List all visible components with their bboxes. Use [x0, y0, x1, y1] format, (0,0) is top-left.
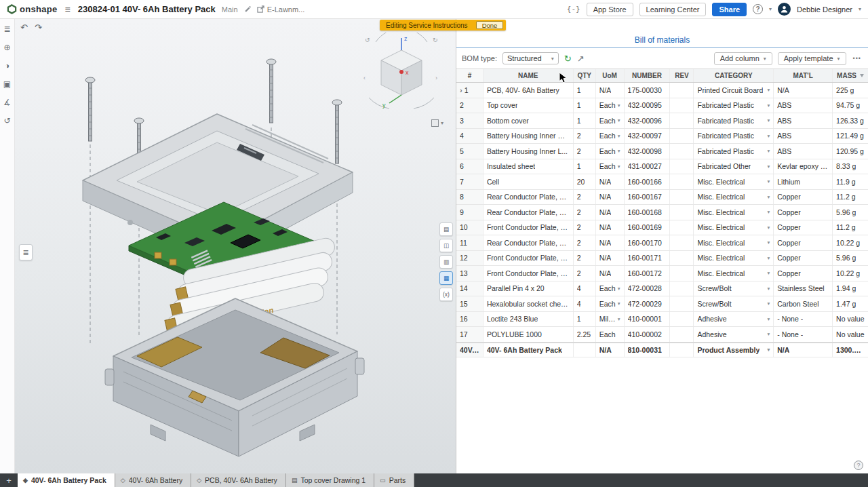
cell-part-number[interactable]: 160-00170: [625, 235, 671, 250]
cell-uom[interactable]: Each▾: [596, 98, 625, 113]
cell-category[interactable]: Adhesive▾: [694, 312, 774, 327]
help-caret-icon[interactable]: ▾: [769, 6, 772, 12]
cell-uom[interactable]: Each▾: [596, 129, 625, 144]
cell-row-number[interactable]: 40V- 6...: [456, 343, 484, 357]
cell-qty[interactable]: 2: [574, 251, 596, 266]
dropdown-caret-icon[interactable]: ▾: [767, 117, 770, 123]
bom-row[interactable]: 16Loctite 243 Blue1Milli...▾410-00001Adh…: [456, 312, 868, 328]
cell-category[interactable]: Fabricated Plastic▾: [694, 98, 774, 113]
cell-material[interactable]: ABS: [774, 113, 833, 128]
cell-rev[interactable]: [670, 343, 694, 357]
cell-name[interactable]: Insulated sheet: [484, 159, 574, 174]
cell-row-number[interactable]: 9: [456, 205, 484, 220]
cell-uom[interactable]: Each▾: [596, 144, 625, 159]
mass-filter-icon[interactable]: [860, 74, 864, 77]
3d-viewport[interactable]: ↶ ↷: [15, 19, 456, 473]
bom-row[interactable]: 17POLYLUBE 10002.25Each410-00002Adhesive…: [456, 327, 868, 343]
cell-mass[interactable]: 8.33 g: [833, 159, 868, 174]
dropdown-caret-icon[interactable]: ▾: [618, 163, 620, 170]
cell-category[interactable]: Misc. Electrical▾: [694, 266, 774, 281]
dropdown-caret-icon[interactable]: ▾: [767, 148, 770, 154]
cell-name[interactable]: Rear Conductor Plate, Left: [484, 190, 574, 205]
cell-material[interactable]: Copper: [774, 235, 833, 250]
cell-material[interactable]: Copper: [774, 205, 833, 220]
dropdown-caret-icon[interactable]: ▾: [618, 286, 620, 292]
cell-category[interactable]: Misc. Electrical▾: [694, 251, 774, 266]
cell-part-number[interactable]: 160-00166: [625, 174, 671, 189]
cell-category[interactable]: Fabricated Plastic▾: [694, 144, 774, 159]
cell-part-number[interactable]: 432-00095: [625, 98, 671, 113]
dropdown-caret-icon[interactable]: ▾: [767, 255, 770, 261]
bom-row[interactable]: ›1PCB, 40V- 6Ah Battery1N/A175-00030Prin…: [456, 83, 868, 98]
dropdown-caret-icon[interactable]: ▾: [767, 331, 770, 337]
cell-category[interactable]: Printed Circuit Board▾: [694, 83, 774, 98]
feature-list-icon[interactable]: ≣: [2, 24, 13, 35]
cell-qty[interactable]: [574, 343, 596, 357]
configuration-panel-icon[interactable]: ▤: [439, 222, 453, 236]
cell-row-number[interactable]: 15: [456, 296, 484, 311]
measure-icon[interactable]: ∡: [2, 97, 13, 108]
cell-material[interactable]: Carbon Steel: [774, 296, 833, 311]
dropdown-caret-icon[interactable]: ▾: [618, 300, 620, 307]
cell-rev[interactable]: [670, 190, 694, 205]
cell-rev[interactable]: [670, 235, 694, 250]
cell-part-number[interactable]: 160-00167: [625, 190, 671, 205]
dropdown-caret-icon[interactable]: ▾: [767, 300, 770, 307]
cell-mass[interactable]: No value: [833, 312, 868, 327]
column-header-name[interactable]: NAME: [484, 69, 574, 82]
dropdown-caret-icon[interactable]: ▾: [618, 133, 620, 139]
dropdown-caret-icon[interactable]: ▾: [767, 286, 770, 292]
cell-rev[interactable]: [670, 220, 694, 235]
cell-qty[interactable]: 2: [574, 235, 596, 250]
cell-uom[interactable]: Each▾: [596, 296, 625, 311]
expand-row-icon[interactable]: ›: [460, 86, 462, 94]
dropdown-caret-icon[interactable]: ▾: [767, 102, 770, 109]
cell-part-number[interactable]: 175-00030: [625, 83, 671, 98]
bom-row[interactable]: 11Rear Conductor Plate, Middle2N/A160-00…: [456, 235, 868, 251]
dropdown-caret-icon[interactable]: ▾: [767, 178, 770, 184]
cell-row-number[interactable]: 11: [456, 235, 484, 250]
dropdown-caret-icon[interactable]: ▾: [767, 270, 770, 276]
dropdown-caret-icon[interactable]: ▾: [767, 209, 770, 215]
cell-name[interactable]: Front Conductor Plate, Left: [484, 220, 574, 235]
cell-rev[interactable]: [670, 98, 694, 113]
cell-mass[interactable]: 126.33 g: [833, 113, 868, 128]
cell-name[interactable]: Front Conductor Plate, Right: [484, 251, 574, 266]
cell-mass[interactable]: 1300.37 g: [833, 343, 868, 357]
bom-row[interactable]: 8Rear Conductor Plate, Left2N/A160-00167…: [456, 190, 868, 206]
cell-row-number[interactable]: 7: [456, 174, 484, 189]
cell-qty[interactable]: 1: [574, 159, 596, 174]
cell-category[interactable]: Misc. Electrical▾: [694, 205, 774, 220]
cell-qty[interactable]: 4: [574, 296, 596, 311]
bom-row[interactable]: 3Bottom cover1Each▾432-00096Fabricated P…: [456, 113, 868, 129]
cell-material[interactable]: - None -: [774, 312, 833, 327]
app-store-button[interactable]: App Store: [587, 3, 633, 16]
bom-overflow-menu-icon[interactable]: •••: [852, 55, 863, 62]
tab-40v-6ah-battery[interactable]: ◇40V- 6Ah Battery: [115, 473, 191, 487]
cell-part-number[interactable]: 432-00097: [625, 129, 671, 144]
cell-mass[interactable]: 5.96 g: [833, 205, 868, 220]
cell-category[interactable]: Fabricated Plastic▾: [694, 129, 774, 144]
cell-row-number[interactable]: 3: [456, 113, 484, 128]
featurescript-icon[interactable]: {-}: [567, 5, 580, 14]
cell-row-number[interactable]: 5: [456, 144, 484, 159]
cell-name[interactable]: Parallel Pin 4 x 20: [484, 281, 574, 296]
cell-part-number[interactable]: 810-00031: [625, 343, 671, 357]
cell-rev[interactable]: [670, 174, 694, 189]
cell-material[interactable]: Copper: [774, 266, 833, 281]
cell-category[interactable]: Screw/Bolt▾: [694, 281, 774, 296]
bom-row[interactable]: 7Cell20N/A160-00166Misc. Electrical▾Lith…: [456, 174, 868, 190]
cell-uom[interactable]: Milli...▾: [596, 312, 625, 327]
cell-part-number[interactable]: 410-00002: [625, 327, 671, 342]
cell-row-number[interactable]: 8: [456, 190, 484, 205]
cell-mass[interactable]: 1.47 g: [833, 296, 868, 311]
cell-name[interactable]: Top cover: [484, 98, 574, 113]
dropdown-caret-icon[interactable]: ▾: [767, 133, 770, 139]
bom-row[interactable]: 13Front Conductor Plate, Middle2N/A160-0…: [456, 266, 868, 281]
cell-uom[interactable]: N/A: [596, 266, 625, 281]
cell-qty[interactable]: 20: [574, 174, 596, 189]
cell-material[interactable]: Copper: [774, 220, 833, 235]
cell-row-number[interactable]: 10: [456, 220, 484, 235]
cell-material[interactable]: ABS: [774, 98, 833, 113]
view-orientation-menu[interactable]: ▾: [431, 119, 443, 127]
